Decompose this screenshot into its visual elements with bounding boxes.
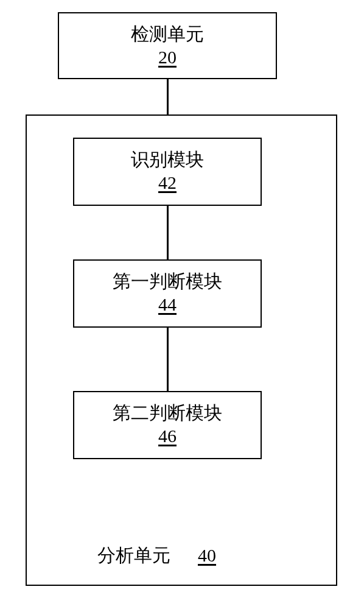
node-second-judgment-module: 第二判断模块 46 (73, 391, 262, 459)
node-number: 20 (59, 47, 276, 68)
node-label: 第一判断模块 (74, 261, 261, 294)
node-number: 44 (74, 294, 261, 315)
connector (167, 328, 169, 391)
container-label: 分析单元 (97, 545, 170, 565)
node-label: 检测单元 (59, 13, 276, 47)
node-label: 识别模块 (74, 139, 261, 172)
node-label: 第二判断模块 (74, 392, 261, 426)
node-number: 42 (74, 172, 261, 193)
node-number: 46 (74, 426, 261, 446)
node-first-judgment-module: 第一判断模块 44 (73, 259, 262, 328)
node-detection-unit: 检测单元 20 (58, 12, 277, 79)
connector (167, 206, 169, 259)
container-label-row: 分析单元 40 (97, 543, 216, 568)
container-number: 40 (198, 545, 216, 565)
node-recognition-module: 识别模块 42 (73, 138, 262, 206)
